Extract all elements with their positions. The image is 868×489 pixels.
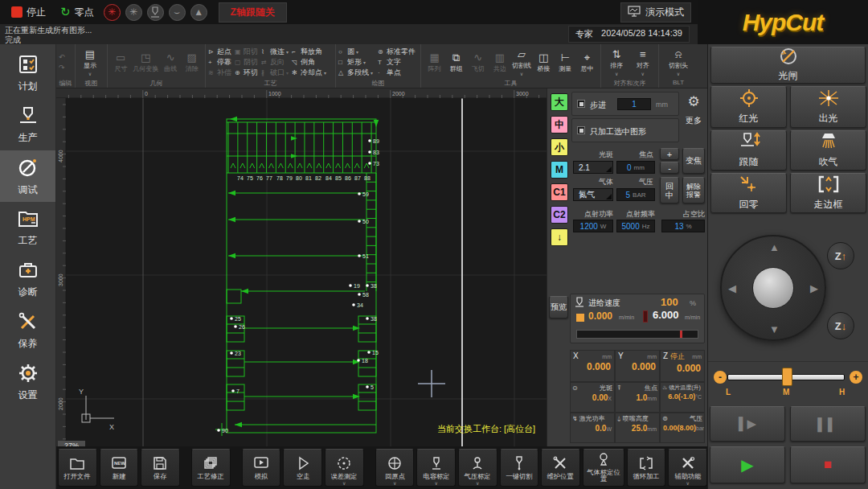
sidebar-item-debug[interactable]: 调试 [0,150,55,202]
focus-plus-button[interactable]: + [660,148,679,160]
bridge-button[interactable]: ◫桥接 [533,51,555,73]
reverse-button[interactable]: ⇄反向 [261,58,289,68]
focus-minus-button[interactable]: - [660,162,679,174]
ring-cut-button[interactable]: ⊕环切 [235,68,258,78]
follow-button[interactable]: 跟随 [710,130,787,171]
redo-icon[interactable]: ↷ [59,63,65,72]
clear-button[interactable]: ▨清除 [181,51,203,73]
shutter-button[interactable]: 光闸 [710,47,866,84]
group-button[interactable]: ⧉群组 [445,51,467,73]
array-button[interactable]: ▦阵列 [424,51,445,73]
transform-button[interactable]: ◳几何变换 [132,51,160,73]
only-selected-checkbox[interactable] [577,126,585,134]
sidebar-item-process[interactable]: HPM 工艺 [0,202,55,253]
speed-plus-button[interactable]: + [850,371,862,384]
sidebar-item-maintenance[interactable]: 保养 [0,305,55,356]
center-return-button[interactable]: 回中 [660,177,679,203]
layer-button-m[interactable]: M [551,161,568,179]
release-angle-button[interactable]: ⌐释放角 [292,47,326,57]
text-button[interactable]: T文字 [378,58,416,68]
new-file-button[interactable]: NEW新建 [100,449,139,487]
capacitance-calib-button[interactable]: 电容标定∨ [416,449,456,487]
loop-process-button[interactable]: 循环加工 [627,449,666,487]
dock-button[interactable]: +停靠 [208,58,231,68]
speed-minus-button[interactable]: - [714,371,727,384]
dry-run-button[interactable]: 空走 [283,449,322,487]
z-up-button[interactable]: Z↑ [827,242,854,269]
standard-part-button[interactable]: ⊛标准零件 [378,47,416,57]
pressure-calib-button[interactable]: 气压标定∨ [458,449,497,487]
coedge-button[interactable]: ▥共边 [489,51,510,73]
open-file-button[interactable]: 打开文件 [58,449,97,487]
layer-button-down[interactable]: ↓ [551,228,568,246]
start-point-button[interactable]: ⊳起点 [208,47,231,57]
align-button[interactable]: ≡对齐∨ [630,48,657,76]
return-zero-button[interactable]: 回零 [710,173,787,213]
follow-curve-icon[interactable]: ⌣ [169,4,186,21]
simulate-button[interactable]: 模拟 [242,449,281,487]
gap-button[interactable]: ∦破口▾ [261,68,289,78]
stop-run-button[interactable]: ■ [790,446,866,483]
sidebar-item-production[interactable]: 生产 [0,99,55,150]
process-correct-button[interactable]: 工艺修正 [191,449,231,487]
layer-button-small[interactable]: 小 [551,138,568,156]
draw-polyline-button[interactable]: △多段线▾ [338,68,373,78]
female-cut-button[interactable]: ▢阴切 [235,58,258,68]
single-point-button[interactable]: ·单点 [378,68,416,78]
cutline-button[interactable]: ▱切割线∨ [511,48,533,76]
center-button[interactable]: ⌖居中 [576,51,598,73]
undo-icon[interactable]: ↶ [59,52,65,62]
jog-up-arrow[interactable]: ▲ [769,241,780,253]
chamfer-button[interactable]: ◹倒角 [292,58,326,68]
pressure-value[interactable]: 5BAR [616,188,655,201]
gas-calib-pos-button[interactable]: 气体标定位置 [583,449,624,487]
origin-return-button[interactable]: 回原点∨ [375,449,415,487]
jog-down-arrow[interactable]: ▼ [769,323,780,335]
z-down-button[interactable]: Z↓ [827,312,854,339]
flycut-button[interactable]: ∿飞切 [467,51,489,73]
measure-button[interactable]: ⊢测量 [555,51,576,73]
jog-pad[interactable]: ▲ ▼ ◀ ▶ [720,235,826,341]
laser-disabled-icon[interactable]: ✳ [104,4,121,21]
step-value[interactable]: 1 [617,98,651,110]
zoom-focus-button[interactable]: 变焦 [682,148,705,174]
preview-tab[interactable]: 预览 [549,296,568,318]
one-key-cut-button[interactable]: 一键切割 [500,449,539,487]
cutting-head-button[interactable]: ⍾切割头∨ [661,48,695,76]
jog-left-arrow[interactable]: ◀ [728,282,736,294]
curve-button[interactable]: ∿曲线 [160,51,182,73]
aux-func-button[interactable]: 辅助功能∨ [668,449,707,487]
jog-right-arrow[interactable]: ▶ [810,282,818,294]
microjoint-button[interactable]: ⌇微连▾ [261,47,289,57]
cad-canvas[interactable]: 0 1000 2000 3000 4000 3000 2000 [56,88,547,446]
male-cut-button[interactable]: ▣阳切 [235,47,258,57]
more-zone[interactable]: ⚙ 更多 [682,93,705,142]
burst-freq-value[interactable]: 5000Hz [616,220,655,232]
maintain-pos-button[interactable]: 维护位置 [541,449,580,487]
red-light-button[interactable]: 红光 [710,86,787,128]
step-checkbox[interactable] [577,100,585,108]
stop-button[interactable]: 停止 [6,4,51,21]
draw-rect-button[interactable]: □矩形▾ [338,58,373,68]
start-button[interactable]: ▶ [710,446,785,483]
jog-knob[interactable] [752,267,794,309]
blow-air-button[interactable]: 吹气 [790,130,866,171]
size-button[interactable]: ▭尺寸 [110,51,132,73]
sort-button[interactable]: ⇅排序∨ [604,48,630,76]
alarm-icon[interactable]: ▲ [190,4,207,21]
laser-on-button[interactable]: 出光 [790,86,866,128]
sidebar-item-settings[interactable]: 设置 [0,356,55,408]
step-run-button[interactable]: ▌▶ [710,406,785,442]
layer-button-large[interactable]: 大 [551,93,568,111]
compensation-button[interactable]: ≋补偿 [208,68,231,78]
burst-power-value[interactable]: 1200W [573,220,613,232]
spot-dropdown[interactable]: 2.1 [573,161,613,174]
error-measure-button[interactable]: 误差测定∨ [325,449,364,487]
cooling-point-button[interactable]: ✻冷却点▾ [292,68,326,78]
pause-button[interactable]: ▌▌ [790,406,866,442]
layer-button-medium[interactable]: 中 [551,116,568,134]
zero-button[interactable]: ↻零点 [55,3,99,21]
speed-slider-handle[interactable] [782,368,792,386]
sidebar-item-plan[interactable]: 计划 [0,47,55,99]
draw-circle-button[interactable]: ○圆▾ [338,47,373,57]
